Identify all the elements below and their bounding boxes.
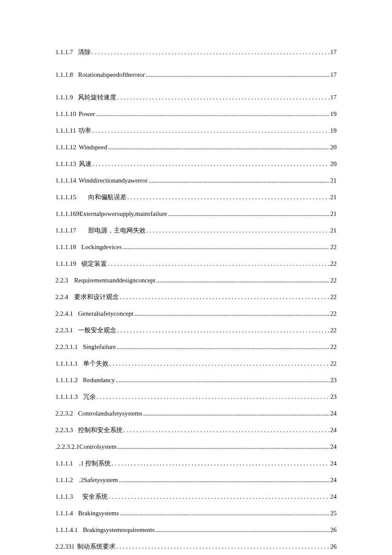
toc-entry-page: 24 — [330, 460, 337, 467]
toc-leader — [109, 494, 329, 500]
toc-entry-label: 2.2.3.1一般安全观念 — [55, 327, 116, 334]
toc-entry-label: 1.1.1.169Externalpowersupply,mainsfailur… — [55, 211, 167, 217]
toc-leader — [123, 244, 329, 250]
toc-leader — [168, 211, 329, 217]
toc-leader — [143, 410, 329, 417]
toc-leader — [120, 294, 329, 300]
toc-entry-label: 2.2.4要求和设计观念 — [55, 294, 119, 300]
toc-entry-label: 1.1.1.1.2Redundancy — [55, 377, 115, 384]
toc-row: .2.2.3.2.1Controlsystem24 — [55, 444, 337, 450]
toc-entry-title: Power — [79, 110, 95, 117]
toc-row: 1.1.1.169Externalpowersupply,mainsfailur… — [55, 211, 337, 217]
toc-row: 1.1.1.7清除17 — [55, 49, 337, 55]
toc-leader — [156, 277, 329, 284]
toc-entry-page: 22 — [330, 261, 337, 267]
toc-entry-title: 一般安全观念 — [78, 327, 116, 334]
toc-entry-number: 1.1.1.12 — [55, 144, 76, 151]
toc-row: 1.1.1.8Rotationalspeedoftherotor17 — [55, 72, 337, 78]
toc-entry-number: 1.1.1.4.1 — [55, 526, 78, 533]
toc-entry-label: 1.1.1.9风轮旋转速度 — [55, 94, 116, 101]
toc-entry-page: 17 — [330, 72, 337, 78]
toc-entry-page: 19 — [330, 111, 337, 117]
toc-row: 2.2.4.1Generalsafetyconcept22 — [55, 311, 337, 317]
toc-entry-number: 1.1.1.169 — [55, 210, 79, 217]
toc-entry-page: 20 — [330, 144, 337, 151]
toc-leader — [116, 543, 329, 550]
toc-entry-label: 1.1.1.3安全系统 — [55, 494, 108, 500]
toc-entry-label: 2.2.3.2Controlandsafetysystems — [55, 410, 142, 417]
toc-entry-page: 22 — [330, 344, 337, 350]
toc-entry-number: 1.1.1.1.1 — [55, 360, 78, 367]
toc-entry-number: 2.2.4.1 — [55, 310, 73, 317]
toc-row: 1.1.1.18Lockingdevices22 — [55, 244, 337, 250]
toc-leader — [92, 161, 329, 167]
toc-entry-number: 1.1.1.18 — [55, 244, 76, 250]
toc-entry-title: Windspeed — [79, 144, 107, 151]
toc-entry-label: 1.1.1.11功率 — [55, 128, 91, 134]
toc-entry-title: 要求和设计观念 — [74, 293, 119, 300]
toc-entry-title: 冗余 — [83, 393, 96, 400]
toc-entry-page: 25 — [330, 510, 337, 517]
toc-entry-page: 22 — [330, 360, 337, 367]
toc-leader — [115, 377, 329, 384]
toc-entry-label: 1.1.1.8Rotationalspeedoftherotor — [55, 72, 145, 78]
toc-entry-page: 24 — [330, 410, 337, 417]
toc-leader — [124, 427, 329, 433]
toc-entry-title: 单个失效 — [83, 360, 109, 367]
table-of-contents: 1.1.1.7清除171.1.1.8Rotationalspeedofthero… — [55, 49, 337, 555]
toc-entry-page: 21 — [330, 194, 337, 200]
toc-entry-label: 2.2.3.1.1Singlefailure — [55, 344, 116, 350]
toc-entry-page: 17 — [330, 49, 337, 55]
toc-entry-number: 1.1.1.3 — [55, 493, 73, 500]
toc-entry-title: Lockingdevices — [81, 244, 122, 250]
toc-leader — [127, 194, 329, 200]
toc-entry-page: 26 — [330, 527, 337, 533]
toc-entry-number: 1.1.1.17 — [55, 227, 76, 234]
toc-entry-page: 24 — [330, 477, 337, 483]
toc-entry-title: .1 控制系统 — [79, 460, 111, 467]
toc-entry-label: .2.2.3.2.1Controlsystem — [55, 444, 117, 450]
toc-entry-page: 26 — [330, 543, 337, 550]
toc-row: 1.1.1.4Brakingsystems25 — [55, 510, 337, 517]
toc-entry-number: 2.2.4 — [55, 293, 68, 300]
toc-row: 2.2.3Requirementsanddesignconcept22 — [55, 277, 337, 284]
toc-entry-title: 风轮旋转速度 — [78, 94, 116, 101]
toc-entry-number: 1.1.1.2 — [55, 477, 73, 483]
toc-entry-page: 22 — [330, 277, 337, 284]
toc-leader — [147, 227, 329, 234]
toc-leader — [92, 49, 329, 55]
toc-entry-number: 1.1.1.15 — [55, 194, 76, 200]
toc-leader — [118, 444, 329, 450]
toc-row: 1.1.1.13风速20 — [55, 161, 337, 167]
toc-entry-title: .2Safetysystem — [79, 477, 118, 483]
toc-entry-label: 2.2.331制动系统要求 — [55, 543, 115, 550]
toc-entry-number: 2.2.3.2 — [55, 410, 73, 417]
toc-entry-title: 安全系统 — [82, 493, 108, 500]
toc-row: 1.1.1.4.1Brakingsystemrequirements26 — [55, 527, 337, 533]
toc-leader — [112, 460, 329, 467]
toc-leader — [110, 360, 330, 367]
toc-row: 1.1.1.17部电源，主电网失效21 — [55, 227, 337, 234]
toc-entry-page: 23 — [330, 377, 337, 384]
toc-entry-title: 风速 — [79, 160, 92, 167]
toc-entry-number: 1.1.1.9 — [55, 94, 73, 101]
toc-leader — [108, 261, 329, 267]
toc-entry-number: 1.1.1.13 — [55, 160, 76, 167]
toc-entry-number: 2.2.3.1.1 — [55, 343, 78, 350]
toc-row: 1.1.1.11功率19 — [55, 128, 337, 134]
toc-row: 1.1.1.1.2Redundancy23 — [55, 377, 337, 384]
toc-row: 1.1.1.1.3冗余23 — [55, 394, 337, 400]
toc-entry-title: 制动系统要求 — [77, 543, 115, 550]
toc-entry-label: 1.1.1.1.1单个失效 — [55, 360, 109, 367]
toc-entry-number: 2.2.3.3 — [55, 427, 73, 433]
toc-entry-label: 1.1.1.18Lockingdevices — [55, 244, 122, 250]
toc-entry-label: 2.2.3Requirementsanddesignconcept — [55, 277, 156, 284]
toc-entry-page: 22 — [330, 327, 337, 334]
toc-entry-label: 1.1.1.10Power — [55, 111, 95, 117]
toc-row: 1.1.1.10Power19 — [55, 111, 337, 117]
toc-entry-title: Controlandsafetysystems — [78, 410, 142, 417]
toc-entry-title: Redundancy — [83, 377, 115, 384]
toc-row: 1.1.1.19锁定装置22 — [55, 261, 337, 267]
toc-row: 2.2.3.2Controlandsafetysystems24 — [55, 410, 337, 417]
toc-entry-label: 1.1.1.13风速 — [55, 161, 92, 167]
